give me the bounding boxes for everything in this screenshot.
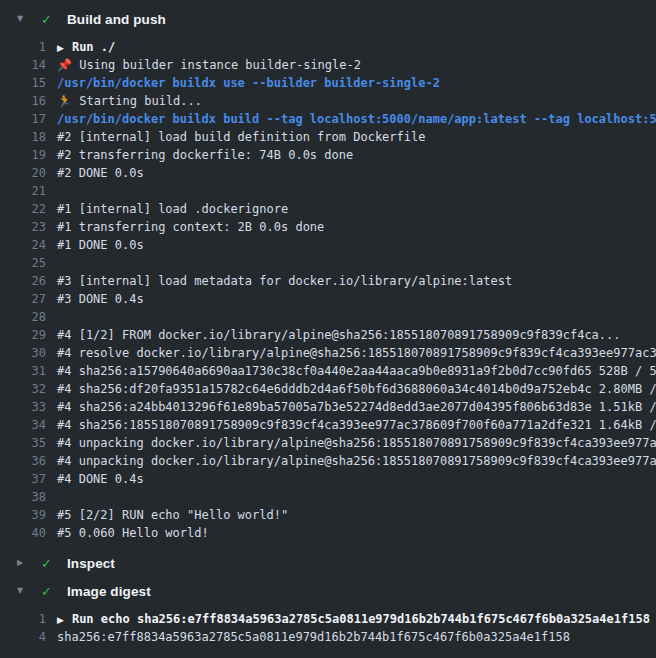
chevron-right-icon[interactable]: ▶ xyxy=(17,559,33,567)
log-line: 22#1 [internal] load .dockerignore xyxy=(0,200,656,218)
line-number[interactable]: 4 xyxy=(0,628,46,646)
line-number[interactable]: 24 xyxy=(0,236,46,254)
log-text: #4 resolve docker.io/library/alpine@sha2… xyxy=(57,346,656,360)
log-line: 37#4 DONE 0.4s xyxy=(0,470,656,488)
line-number[interactable]: 40 xyxy=(0,524,46,542)
log-line-content: #5 [2/2] RUN echo "Hello world!" xyxy=(46,506,656,524)
line-number[interactable]: 21 xyxy=(0,182,46,200)
line-number[interactable]: 28 xyxy=(0,308,46,326)
log-line-content: #4 unpacking docker.io/library/alpine@sh… xyxy=(46,452,656,470)
log-text: #3 DONE 0.4s xyxy=(57,292,144,306)
line-number[interactable]: 32 xyxy=(0,380,46,398)
log-text: 📌 Using builder instance builder-single-… xyxy=(57,58,361,72)
log-line-content: #1 transferring context: 2B 0.0s done xyxy=(46,218,656,236)
line-number[interactable]: 26 xyxy=(0,272,46,290)
expand-log-group-icon[interactable]: ▶ xyxy=(57,43,64,53)
log-line-content: #4 DONE 0.4s xyxy=(46,470,656,488)
log-text: #1 DONE 0.0s xyxy=(57,238,144,252)
log-line: 14📌 Using builder instance builder-singl… xyxy=(0,56,656,74)
log-line-content: #5 0.060 Hello world! xyxy=(46,524,656,542)
line-number[interactable]: 31 xyxy=(0,362,46,380)
log-line: 33#4 sha256:a24bb4013296f61e89ba57005a7b… xyxy=(0,398,656,416)
log-text: Run echo sha256:e7ff8834a5963a2785c5a081… xyxy=(72,612,650,626)
log-line-content: ▶Run ./ xyxy=(46,38,656,56)
section-title: Build and push xyxy=(67,12,166,27)
log-line-content: #4 sha256:185518070891758909c9f839cf4ca3… xyxy=(46,416,656,434)
line-number[interactable]: 38 xyxy=(0,488,46,506)
log-line: 1▶Run ./ xyxy=(0,38,656,56)
log-text: /usr/bin/docker buildx use --builder bui… xyxy=(57,76,440,90)
line-number[interactable]: 35 xyxy=(0,434,46,452)
log-line-content: #4 [1/2] FROM docker.io/library/alpine@s… xyxy=(46,326,656,344)
log-line: 39#5 [2/2] RUN echo "Hello world!" xyxy=(0,506,656,524)
section-header-inspect[interactable]: ▶✓Inspect xyxy=(0,550,656,576)
log-line: 30#4 resolve docker.io/library/alpine@sh… xyxy=(0,344,656,362)
log-line: 28 xyxy=(0,308,656,326)
line-number[interactable]: 1 xyxy=(0,38,46,56)
line-number[interactable]: 36 xyxy=(0,452,46,470)
log-text: #4 unpacking docker.io/library/alpine@sh… xyxy=(57,454,656,468)
log-line-content: #2 transferring dockerfile: 74B 0.0s don… xyxy=(46,146,656,164)
line-number[interactable]: 23 xyxy=(0,218,46,236)
log-line-content: #4 sha256:a15790640a6690aa1730c38cf0a440… xyxy=(46,362,656,380)
log-line-content xyxy=(46,254,656,272)
log-line: 1▶Run echo sha256:e7ff8834a5963a2785c5a0… xyxy=(0,610,656,628)
log-line-content: #4 sha256:df20fa9351a15782c64e6dddb2d4a6… xyxy=(46,380,656,398)
line-number[interactable]: 20 xyxy=(0,164,46,182)
chevron-down-icon[interactable]: ▼ xyxy=(17,587,33,595)
line-number[interactable]: 17 xyxy=(0,110,46,128)
line-number[interactable]: 25 xyxy=(0,254,46,272)
line-number[interactable]: 30 xyxy=(0,344,46,362)
section-header-image-digest[interactable]: ▼✓Image digest xyxy=(0,578,656,604)
line-number[interactable]: 16 xyxy=(0,92,46,110)
line-number[interactable]: 29 xyxy=(0,326,46,344)
log-line-content: 📌 Using builder instance builder-single-… xyxy=(46,56,656,74)
log-text: #4 sha256:a24bb4013296f61e89ba57005a7b3e… xyxy=(57,400,656,414)
log-line-content xyxy=(46,182,656,200)
section-title: Image digest xyxy=(67,584,151,599)
log-line-content: #1 DONE 0.0s xyxy=(46,236,656,254)
log-text: #3 [internal] load metadata for docker.i… xyxy=(57,274,512,288)
log-line: 35#4 unpacking docker.io/library/alpine@… xyxy=(0,434,656,452)
log-text: /usr/bin/docker buildx build --tag local… xyxy=(57,112,656,126)
line-number[interactable]: 1 xyxy=(0,610,46,628)
success-check-icon: ✓ xyxy=(41,13,57,26)
log-line: 20#2 DONE 0.0s xyxy=(0,164,656,182)
log-line: 36#4 unpacking docker.io/library/alpine@… xyxy=(0,452,656,470)
log-line: 21 xyxy=(0,182,656,200)
log-text: #1 transferring context: 2B 0.0s done xyxy=(57,220,324,234)
line-number[interactable]: 39 xyxy=(0,506,46,524)
log-line-content: 🏃 Starting build... xyxy=(46,92,656,110)
line-number[interactable]: 34 xyxy=(0,416,46,434)
log-line-content: #4 resolve docker.io/library/alpine@sha2… xyxy=(46,344,656,362)
log-text: #4 DONE 0.4s xyxy=(57,472,144,486)
line-number[interactable]: 19 xyxy=(0,146,46,164)
success-check-icon: ✓ xyxy=(41,557,57,570)
section-header-build-and-push[interactable]: ▼✓Build and push xyxy=(0,6,656,32)
log-line-content: #4 unpacking docker.io/library/alpine@sh… xyxy=(46,434,656,452)
chevron-down-icon[interactable]: ▼ xyxy=(17,15,33,23)
log-line: 18#2 [internal] load build definition fr… xyxy=(0,128,656,146)
log-line: 4sha256:e7ff8834a5963a2785c5a0811e979d16… xyxy=(0,628,656,646)
line-number[interactable]: 37 xyxy=(0,470,46,488)
log-line-content: ▶Run echo sha256:e7ff8834a5963a2785c5a08… xyxy=(46,610,656,628)
log-text: #5 [2/2] RUN echo "Hello world!" xyxy=(57,508,288,522)
log-section-build-and-push: ▼✓Build and push1▶Run ./14📌 Using builde… xyxy=(0,6,656,548)
log-text: #4 sha256:185518070891758909c9f839cf4ca3… xyxy=(57,418,656,432)
line-number[interactable]: 15 xyxy=(0,74,46,92)
log-line: 16🏃 Starting build... xyxy=(0,92,656,110)
expand-log-group-icon[interactable]: ▶ xyxy=(57,615,64,625)
log-line: 19#2 transferring dockerfile: 74B 0.0s d… xyxy=(0,146,656,164)
log-text: #2 [internal] load build definition from… xyxy=(57,130,425,144)
line-number[interactable]: 27 xyxy=(0,290,46,308)
line-number[interactable]: 22 xyxy=(0,200,46,218)
log-line-content xyxy=(46,308,656,326)
log-line: 40#5 0.060 Hello world! xyxy=(0,524,656,542)
line-number[interactable]: 14 xyxy=(0,56,46,74)
line-number[interactable]: 33 xyxy=(0,398,46,416)
log-line: 26#3 [internal] load metadata for docker… xyxy=(0,272,656,290)
log-line-content: #3 DONE 0.4s xyxy=(46,290,656,308)
log-line: 34#4 sha256:185518070891758909c9f839cf4c… xyxy=(0,416,656,434)
log-line: 31#4 sha256:a15790640a6690aa1730c38cf0a4… xyxy=(0,362,656,380)
line-number[interactable]: 18 xyxy=(0,128,46,146)
